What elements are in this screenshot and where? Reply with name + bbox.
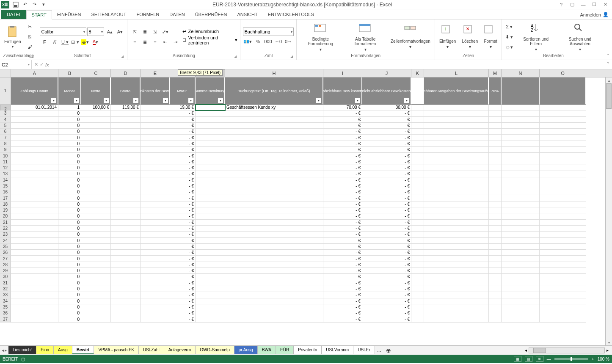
cell-I26[interactable]: - € <box>323 250 362 256</box>
row-header[interactable]: 25 <box>0 244 11 250</box>
row-header[interactable]: 31 <box>0 280 11 286</box>
cell-A6[interactable] <box>11 129 58 135</box>
cell-K14[interactable] <box>411 177 424 183</box>
row-header[interactable]: 3 <box>0 110 11 116</box>
tab-file[interactable]: DATEI <box>1 10 26 19</box>
cell-A10[interactable] <box>11 153 58 159</box>
minimize-button[interactable]: — <box>578 1 588 8</box>
cell-L26[interactable] <box>424 250 489 256</box>
cell-E20[interactable] <box>141 213 170 219</box>
tab-data[interactable]: DATEN <box>164 10 190 19</box>
cell-B20[interactable]: 0 <box>58 213 81 219</box>
autosum-button[interactable]: Σ ▾ <box>504 22 514 31</box>
conditional-formatting-button[interactable]: Bedingte Formatierung▾ <box>299 22 342 52</box>
cell-F3[interactable]: - € <box>170 110 196 116</box>
cell-I33[interactable]: - € <box>323 292 362 298</box>
cell-C22[interactable] <box>81 226 111 232</box>
cell-B8[interactable]: 0 <box>58 141 81 147</box>
cell-E6[interactable] <box>141 129 170 135</box>
table-header-A[interactable]: Zahlungs Datum▾ <box>11 77 58 105</box>
cell-E9[interactable] <box>141 147 170 153</box>
cell-M6[interactable] <box>489 129 502 135</box>
cell-E8[interactable] <box>141 141 170 147</box>
cell-M36[interactable] <box>489 310 502 316</box>
cell-H29[interactable] <box>225 268 323 274</box>
cell-H33[interactable] <box>225 292 323 298</box>
cell-L29[interactable] <box>424 268 489 274</box>
cell-F12[interactable]: - € <box>170 165 196 171</box>
cell-D37[interactable] <box>111 316 141 322</box>
sheet-tab-ustvoranm[interactable]: USt.Voranm <box>322 346 353 354</box>
cell-D35[interactable] <box>111 304 141 310</box>
cell-J2[interactable]: 30,00 € <box>362 105 411 110</box>
cell-J35[interactable]: - € <box>362 304 411 310</box>
row-header[interactable]: 28 <box>0 262 11 268</box>
cell-B17[interactable]: 0 <box>58 195 81 201</box>
cell-A25[interactable] <box>11 244 58 250</box>
align-top-button[interactable]: ⇱ <box>130 27 139 36</box>
row-header[interactable]: 10 <box>0 153 11 159</box>
copy-button[interactable]: ⎘ <box>25 32 34 41</box>
sort-filter-button[interactable]: AZSortieren und Filtern▾ <box>516 22 555 52</box>
tab-view[interactable]: ANSICHT <box>232 10 262 19</box>
cell-K15[interactable] <box>411 183 424 189</box>
font-dialog-icon[interactable]: ◢ <box>121 55 124 58</box>
cell-N26[interactable] <box>502 250 540 256</box>
clipboard-dialog-icon[interactable]: ◢ <box>31 55 33 58</box>
cell-I19[interactable]: - € <box>323 207 362 213</box>
cell-D10[interactable] <box>111 153 141 159</box>
cell-O16[interactable] <box>540 189 586 195</box>
cell-E16[interactable] <box>141 189 170 195</box>
cell-A36[interactable] <box>11 310 58 316</box>
cell-G22[interactable] <box>196 226 225 232</box>
cell-O33[interactable] <box>540 292 586 298</box>
row-header[interactable]: 34 <box>0 298 11 304</box>
cell-I23[interactable]: - € <box>323 232 362 237</box>
cell-F21[interactable]: - € <box>170 220 196 226</box>
cell-J8[interactable]: - € <box>362 141 411 147</box>
cell-K29[interactable] <box>411 268 424 274</box>
format-painter-button[interactable]: 🖌 <box>25 42 34 52</box>
row-header[interactable]: 17 <box>0 195 11 201</box>
table-header-J[interactable]: nicht abziehbare Bew.kosten▾ <box>362 77 411 105</box>
cell-G5[interactable] <box>196 123 225 129</box>
cell-J36[interactable]: - € <box>362 310 411 316</box>
cell-I30[interactable]: - € <box>323 274 362 280</box>
cell-A35[interactable] <box>11 304 58 310</box>
cell-F14[interactable]: - € <box>170 177 196 183</box>
cell-C29[interactable] <box>81 268 111 274</box>
cell-K23[interactable] <box>411 232 424 237</box>
cell-K30[interactable] <box>411 274 424 280</box>
cell-F8[interactable]: - € <box>170 141 196 147</box>
cell-D26[interactable] <box>111 250 141 256</box>
cell-K6[interactable] <box>411 129 424 135</box>
cell-E10[interactable] <box>141 153 170 159</box>
cell-B3[interactable]: 0 <box>58 110 81 116</box>
cell-J25[interactable]: - € <box>362 244 411 250</box>
cell-K8[interactable] <box>411 141 424 147</box>
cell-L7[interactable] <box>424 135 489 141</box>
cell-I36[interactable]: - € <box>323 310 362 316</box>
cell-N7[interactable] <box>502 135 540 141</box>
cell-E33[interactable] <box>141 292 170 298</box>
cell-J24[interactable]: - € <box>362 238 411 244</box>
cell-L3[interactable] <box>424 110 489 116</box>
cell-I2[interactable]: 70,00 € <box>323 105 362 110</box>
cell-N2[interactable] <box>502 105 540 110</box>
cell-O17[interactable] <box>540 195 586 201</box>
cell-I37[interactable]: - € <box>323 316 362 322</box>
accounting-format-button[interactable]: 💶▾ <box>243 37 252 46</box>
italic-button[interactable]: K <box>50 37 59 47</box>
orientation-button[interactable]: ⤢▾ <box>160 27 170 36</box>
cell-O3[interactable] <box>540 110 586 116</box>
cell-N13[interactable] <box>502 171 540 177</box>
cell-I6[interactable]: - € <box>323 129 362 135</box>
row-header[interactable]: 27 <box>0 256 11 262</box>
cell-N33[interactable] <box>502 292 540 298</box>
cell-G32[interactable] <box>196 286 225 292</box>
enter-formula-icon[interactable]: ✓ <box>40 62 44 67</box>
cell-B10[interactable]: 0 <box>58 153 81 159</box>
cell-G29[interactable] <box>196 268 225 274</box>
cell-O20[interactable] <box>540 213 586 219</box>
cell-L4[interactable] <box>424 117 489 123</box>
